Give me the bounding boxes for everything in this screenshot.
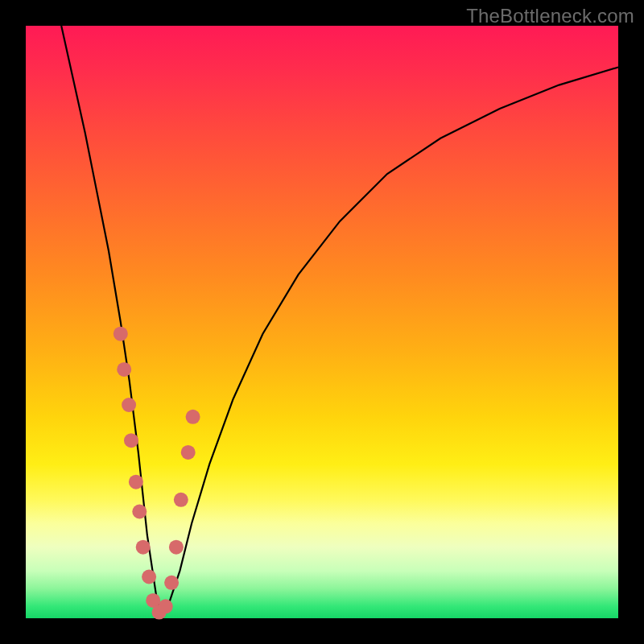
data-marker [114,327,128,341]
data-marker [129,475,143,489]
watermark-text: TheBottleneck.com [466,5,634,27]
data-marker [164,576,179,590]
data-marker [122,398,136,412]
data-marker [117,362,131,377]
data-marker [174,493,188,507]
curve-layer [26,26,618,618]
data-marker [169,540,184,555]
plot-area [26,26,618,618]
data-marker [124,433,138,448]
data-marker [186,410,200,424]
bottleneck-curve [61,26,618,618]
chart-frame: TheBottleneck.com [0,0,644,644]
marker-group [114,327,200,620]
data-marker [142,570,156,584]
data-marker [181,445,196,460]
data-marker [159,599,173,613]
data-marker [132,505,147,519]
data-marker [136,540,151,555]
